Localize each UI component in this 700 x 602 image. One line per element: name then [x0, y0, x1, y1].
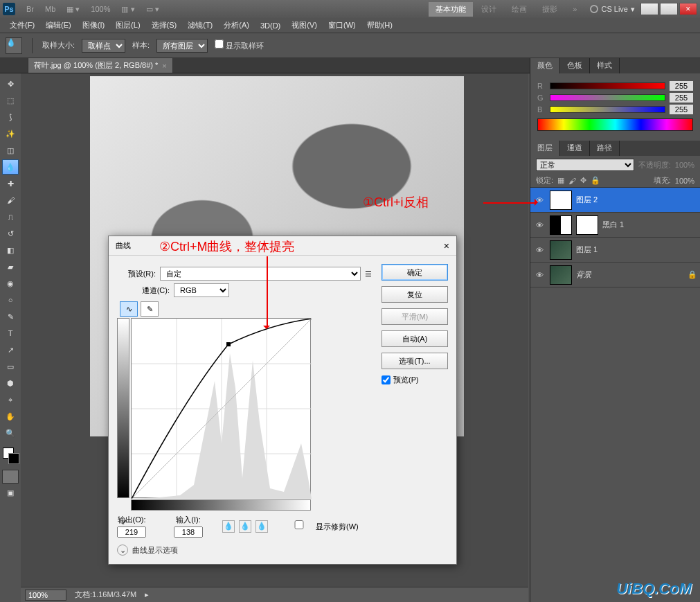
eye-icon[interactable]: 👁 [533, 269, 546, 281]
r-slider[interactable] [550, 82, 665, 89]
b-value[interactable]: 255 [670, 105, 693, 114]
menu-select[interactable]: 选择(S) [146, 19, 183, 32]
status-more-icon[interactable]: ▸ [145, 590, 149, 599]
menu-help[interactable]: 帮助(H) [361, 19, 398, 32]
stamp-tool[interactable]: ⎍ [2, 209, 19, 224]
output-value[interactable] [117, 526, 146, 538]
zoom-input[interactable] [25, 590, 66, 601]
history-brush-tool[interactable]: ↺ [2, 226, 19, 241]
lock-trans-icon[interactable]: ▦ [557, 176, 564, 185]
maximize-button[interactable]: ☐ [660, 3, 678, 15]
color-swatches[interactable] [1, 446, 19, 464]
arrange-button[interactable]: ▥ ▾ [117, 3, 138, 15]
wand-tool[interactable]: ✨ [2, 126, 19, 141]
show-ring-checkbox[interactable]: 显示取样环 [215, 39, 264, 51]
document-tab[interactable]: 荷叶.jpg @ 100% (图层 2, RGB/8#) * × [28, 57, 173, 73]
view-extras-button[interactable]: ▦ ▾ [62, 3, 84, 15]
3d-camera-tool[interactable]: ⌖ [2, 392, 19, 407]
gray-dropper-icon[interactable]: 💧 [239, 520, 251, 533]
curve-pencil-tool[interactable]: ✎ [141, 301, 159, 317]
layer-item[interactable]: 👁 黑白 1 [530, 213, 700, 238]
dialog-close-icon[interactable]: × [444, 240, 449, 251]
tab-styles[interactable]: 样式 [590, 58, 620, 73]
g-slider[interactable] [550, 94, 665, 101]
layer-thumb[interactable] [550, 240, 572, 260]
menu-view[interactable]: 视图(V) [286, 19, 323, 32]
close-tab-icon[interactable]: × [162, 62, 166, 70]
preview-checkbox[interactable]: 预览(P) [382, 375, 448, 385]
auto-button[interactable]: 自动(A) [382, 330, 448, 347]
path-tool[interactable]: ↗ [2, 342, 19, 357]
workspace-more[interactable]: » [566, 3, 584, 15]
move-tool[interactable]: ✥ [2, 76, 19, 91]
quickmask-button[interactable] [2, 470, 19, 484]
gradient-tool[interactable]: ▰ [2, 259, 19, 274]
screen-mode-button[interactable]: ▭ ▾ [142, 3, 163, 15]
menu-analysis[interactable]: 分析(A) [218, 19, 255, 32]
dialog-title-bar[interactable]: 曲线 × [109, 236, 456, 256]
tab-color[interactable]: 颜色 [530, 58, 560, 73]
tab-channels[interactable]: 通道 [560, 141, 590, 156]
channel-select[interactable]: RGB [174, 283, 229, 297]
crop-tool[interactable]: ◫ [2, 143, 19, 158]
workspace-design[interactable]: 设计 [474, 2, 503, 17]
lasso-tool[interactable]: ⟆ [2, 109, 19, 125]
options-button[interactable]: 选项(T)... [382, 353, 448, 369]
tab-swatches[interactable]: 色板 [560, 58, 590, 73]
menu-edit[interactable]: 编辑(E) [40, 19, 77, 32]
target-adjust-icon[interactable]: ⤢ [121, 517, 127, 526]
menu-filter[interactable]: 滤镜(T) [182, 19, 218, 32]
marquee-tool[interactable]: ⬚ [2, 93, 19, 108]
fill-value[interactable]: 100% [675, 177, 694, 185]
preset-select[interactable]: 自定 [160, 267, 361, 281]
curve-graph[interactable] [131, 318, 311, 498]
tab-paths[interactable]: 路径 [590, 141, 620, 156]
opacity-value[interactable]: 100% [675, 161, 694, 169]
minibridge-button[interactable]: Mb [41, 3, 60, 15]
heal-tool[interactable]: ✚ [2, 176, 19, 191]
brush-tool[interactable]: 🖌 [2, 193, 19, 208]
menu-file[interactable]: 文件(F) [4, 19, 40, 32]
menu-3d[interactable]: 3D(D) [255, 20, 286, 31]
bridge-button[interactable]: Br [22, 3, 38, 15]
eye-icon[interactable]: 👁 [533, 219, 546, 231]
layer-thumb[interactable] [550, 191, 572, 210]
blend-mode-select[interactable]: 正常 [536, 159, 634, 171]
g-value[interactable]: 255 [670, 93, 693, 103]
dodge-tool[interactable]: ○ [2, 292, 19, 308]
screenmode-tool[interactable]: ▣ [2, 485, 19, 500]
eyedropper-tool[interactable]: 💧 [2, 159, 19, 175]
close-button[interactable]: ✕ [679, 3, 697, 15]
eraser-tool[interactable]: ◧ [2, 242, 19, 258]
curve-point-tool[interactable]: ∿ [120, 301, 138, 317]
lock-all-icon[interactable]: 🔒 [591, 176, 600, 185]
layer-item[interactable]: 👁 图层 1 [530, 238, 700, 263]
layer-thumb[interactable] [550, 265, 572, 285]
ok-button[interactable]: 确定 [382, 264, 448, 281]
display-options-toggle[interactable]: ⌄ [117, 545, 128, 556]
menu-layer[interactable]: 图层(L) [110, 19, 145, 32]
blur-tool[interactable]: ◉ [2, 276, 19, 291]
menu-image[interactable]: 图像(I) [77, 19, 110, 32]
zoom-tool[interactable]: 🔍 [2, 425, 19, 441]
tab-layers[interactable]: 图层 [530, 141, 560, 156]
minimize-button[interactable]: — [640, 3, 658, 15]
lock-pos-icon[interactable]: ✥ [580, 176, 586, 185]
workspace-essentials[interactable]: 基本功能 [429, 2, 473, 17]
hand-tool[interactable]: ✋ [2, 409, 19, 424]
pen-tool[interactable]: ✎ [2, 309, 19, 324]
cancel-button[interactable]: 复位 [382, 286, 448, 303]
workspace-painting[interactable]: 绘画 [505, 2, 534, 17]
black-dropper-icon[interactable]: 💧 [222, 520, 235, 533]
b-slider[interactable] [550, 106, 665, 113]
sample-select[interactable]: 所有图层 [156, 39, 208, 53]
layer-item[interactable]: 👁 图层 2 [530, 188, 700, 213]
color-spectrum[interactable] [537, 118, 693, 131]
lock-pixels-icon[interactable]: 🖌 [568, 177, 576, 185]
zoom-level[interactable]: 100% [87, 3, 114, 15]
input-value[interactable] [174, 526, 203, 538]
r-value[interactable]: 255 [670, 81, 693, 91]
workspace-photography[interactable]: 摄影 [535, 2, 564, 17]
sample-size-select[interactable]: 取样点 [82, 39, 125, 53]
eyedropper-icon[interactable]: 💧 [6, 37, 22, 54]
